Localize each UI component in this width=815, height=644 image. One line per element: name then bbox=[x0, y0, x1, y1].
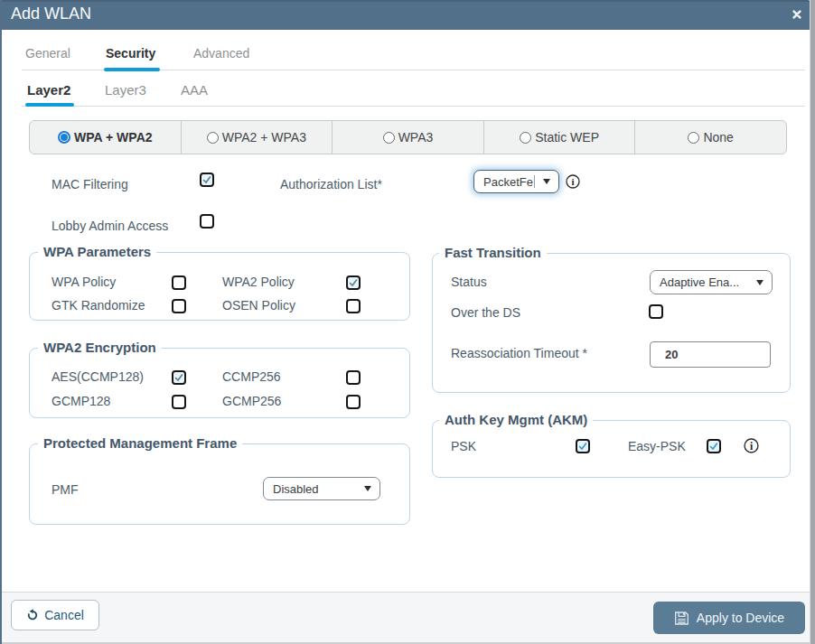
svg-text:i: i bbox=[750, 441, 754, 453]
svg-text:i: i bbox=[571, 176, 574, 187]
